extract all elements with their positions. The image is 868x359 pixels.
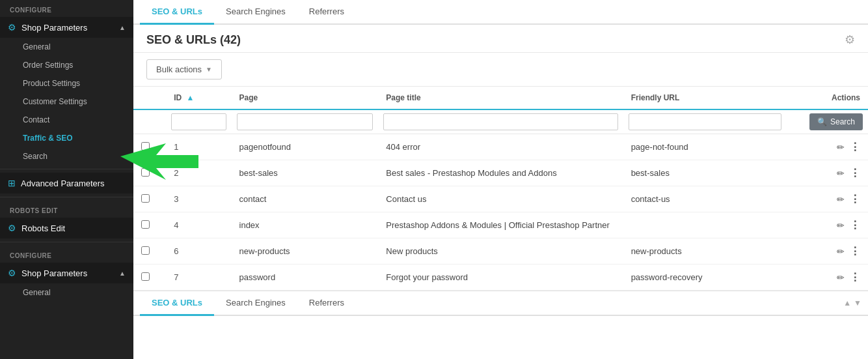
edit-action-icon[interactable]: ✏ (837, 246, 845, 257)
bulk-actions-label: Bulk actions (156, 65, 202, 74)
row-friendly-url: new-products (623, 238, 787, 265)
table-row: 6 new-products New products new-products… (133, 238, 868, 265)
col-header-page-title[interactable]: Page title (378, 87, 623, 109)
col-header-page[interactable]: Page (232, 87, 379, 109)
filter-actions-cell: 🔍 Search (787, 109, 868, 134)
table-row: 4 index Prestashop Addons & Modules | Of… (133, 212, 868, 238)
robots-edit-section-label: ROBOTS EDIT (0, 201, 133, 218)
bottom-tabs-bar: SEO & URLs Search Engines Referrers ▲ ▼ (133, 291, 868, 316)
table-wrapper: ID ▲ Page Page title Friendly URL Action… (133, 87, 868, 359)
id-label: ID (174, 93, 182, 102)
sidebar-item-general-2[interactable]: General (0, 283, 133, 302)
col-header-friendly-url[interactable]: Friendly URL (623, 87, 787, 109)
row-checkbox-cell[interactable] (133, 186, 166, 212)
edit-action-icon[interactable]: ✏ (837, 142, 845, 152)
tabs-bar: SEO & URLs Search Engines Referrers (133, 0, 868, 25)
bottom-tab-referrers[interactable]: Referrers (297, 291, 356, 316)
edit-action-icon[interactable]: ✏ (837, 220, 845, 231)
more-actions-icon[interactable]: ⋮ (850, 219, 860, 231)
sidebar-item-shop-parameters-2[interactable]: ⚙ Shop Parameters ▲ (0, 263, 133, 283)
col-header-checkbox (133, 87, 166, 109)
col-header-actions: Actions (787, 87, 868, 109)
row-checkbox-cell[interactable] (133, 238, 166, 265)
tab-seo-urls[interactable]: SEO & URLs (140, 0, 214, 25)
row-checkbox[interactable] (141, 220, 150, 229)
sidebar-item-robots-edit[interactable]: ⚙ Robots Edit (0, 218, 133, 238)
filter-url-input[interactable] (629, 113, 781, 130)
row-actions-cell: ✏ ⋮ (787, 265, 868, 291)
col-header-id[interactable]: ID ▲ (166, 87, 231, 109)
row-checkbox[interactable] (141, 194, 150, 203)
row-id: 3 (166, 186, 231, 212)
filter-url-cell[interactable] (623, 109, 787, 134)
tab-referrers[interactable]: Referrers (297, 0, 356, 25)
bulk-actions-bar: Bulk actions ▼ (133, 53, 868, 87)
row-checkbox-cell[interactable] (133, 134, 166, 160)
row-id: 4 (166, 212, 231, 238)
sidebar-item-general[interactable]: General (0, 38, 133, 56)
row-friendly-url: contact-us (623, 186, 787, 212)
gear-icon-robots: ⚙ (8, 223, 16, 233)
table-row: 1 pagenotfound 404 error page-not-found … (133, 134, 868, 160)
sidebar-item-advanced-parameters[interactable]: ⊞ Advanced Parameters (0, 173, 133, 194)
row-checkbox[interactable] (141, 246, 150, 255)
pagination-up-icon[interactable]: ▲ (843, 298, 851, 308)
chevron-up-icon: ▲ (119, 24, 126, 31)
row-friendly-url: best-sales (623, 160, 787, 186)
row-page-title: Forgot your password (378, 265, 623, 291)
search-button[interactable]: 🔍 Search (809, 113, 863, 130)
settings-icon[interactable]: ⚙ (845, 33, 855, 47)
more-actions-icon[interactable]: ⋮ (850, 193, 860, 205)
row-checkbox[interactable] (141, 142, 150, 151)
sidebar-item-search[interactable]: Search (0, 147, 133, 165)
row-id: 1 (166, 134, 231, 160)
row-checkbox[interactable] (141, 272, 150, 281)
row-checkbox-cell[interactable] (133, 212, 166, 238)
row-page-title: 404 error (378, 134, 623, 160)
sidebar-item-customer-settings[interactable]: Customer Settings (0, 93, 133, 111)
bottom-tab-search-engines[interactable]: Search Engines (214, 291, 297, 316)
filter-title-cell[interactable] (378, 109, 623, 134)
more-actions-icon[interactable]: ⋮ (850, 141, 860, 153)
row-id: 2 (166, 160, 231, 186)
sidebar-item-shop-parameters[interactable]: ⚙ Shop Parameters ▲ (0, 17, 133, 38)
sidebar-item-order-settings[interactable]: Order Settings (0, 56, 133, 74)
edit-action-icon[interactable]: ✏ (837, 168, 845, 179)
filter-title-input[interactable] (383, 113, 617, 130)
filter-id-input[interactable] (171, 113, 226, 130)
chevron-down-icon: ▼ (206, 66, 212, 73)
pagination-down-icon[interactable]: ▼ (854, 298, 861, 308)
row-actions-cell: ✏ ⋮ (787, 212, 868, 238)
more-actions-icon[interactable]: ⋮ (850, 271, 860, 283)
filter-page-input[interactable] (237, 113, 373, 130)
sidebar-item-contact[interactable]: Contact (0, 111, 133, 129)
row-id: 7 (166, 265, 231, 291)
row-page: password (232, 265, 379, 291)
row-checkbox-cell[interactable] (133, 160, 166, 186)
row-page: best-sales (232, 160, 379, 186)
edit-action-icon[interactable]: ✏ (837, 272, 845, 283)
more-actions-icon[interactable]: ⋮ (850, 167, 860, 179)
row-page: new-products (232, 238, 379, 265)
sidebar-divider-3 (0, 242, 133, 242)
row-id: 6 (166, 238, 231, 265)
filter-page-cell[interactable] (232, 109, 379, 134)
edit-action-icon[interactable]: ✏ (837, 194, 845, 205)
more-actions-icon[interactable]: ⋮ (850, 245, 860, 257)
search-icon: 🔍 (817, 117, 827, 126)
row-checkbox[interactable] (141, 168, 150, 177)
sidebar-item-traffic-seo[interactable]: Traffic & SEO (0, 129, 133, 147)
sidebar: CONFIGURE ⚙ Shop Parameters ▲ General Or… (0, 0, 133, 359)
gear-icon-advanced: ⊞ (8, 178, 16, 188)
row-checkbox-cell[interactable] (133, 265, 166, 291)
page-header: SEO & URLs (42) ⚙ (133, 25, 868, 53)
search-label: Search (830, 117, 855, 126)
sidebar-divider-2 (0, 197, 133, 197)
sidebar-divider-1 (0, 169, 133, 169)
filter-id-cell[interactable] (166, 109, 231, 134)
row-actions-cell: ✏ ⋮ (787, 238, 868, 265)
sidebar-item-product-settings[interactable]: Product Settings (0, 74, 133, 93)
bulk-actions-button[interactable]: Bulk actions ▼ (146, 59, 222, 79)
bottom-tab-seo-urls[interactable]: SEO & URLs (140, 291, 214, 316)
tab-search-engines[interactable]: Search Engines (214, 0, 297, 25)
